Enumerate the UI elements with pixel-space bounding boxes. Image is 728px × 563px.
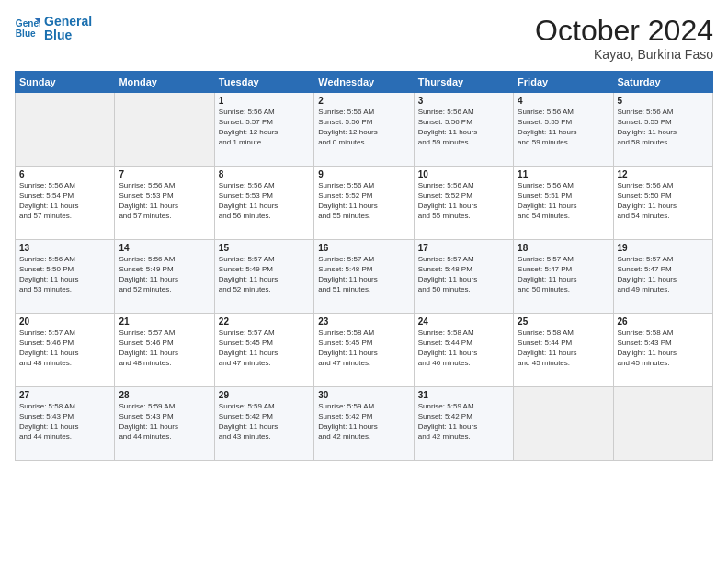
day-info: Sunrise: 5:56 AM Sunset: 5:57 PM Dayligh… — [219, 108, 310, 147]
day-cell — [115, 93, 214, 167]
day-number: 6 — [19, 169, 110, 179]
day-cell: 17Sunrise: 5:57 AM Sunset: 5:48 PM Dayli… — [414, 240, 513, 314]
logo-line2: Blue — [44, 29, 92, 42]
col-thursday: Thursday — [414, 72, 513, 93]
day-info: Sunrise: 5:56 AM Sunset: 5:56 PM Dayligh… — [418, 108, 509, 147]
day-cell: 2Sunrise: 5:56 AM Sunset: 5:56 PM Daylig… — [314, 93, 414, 167]
day-number: 29 — [219, 390, 310, 400]
day-cell: 13Sunrise: 5:56 AM Sunset: 5:50 PM Dayli… — [16, 240, 115, 314]
day-number: 5 — [618, 96, 709, 106]
month-title: October 2024 — [535, 15, 713, 47]
day-info: Sunrise: 5:58 AM Sunset: 5:44 PM Dayligh… — [518, 328, 609, 368]
day-info: Sunrise: 5:56 AM Sunset: 5:50 PM Dayligh… — [618, 181, 709, 221]
day-info: Sunrise: 5:56 AM Sunset: 5:53 PM Dayligh… — [219, 181, 310, 221]
day-cell: 19Sunrise: 5:57 AM Sunset: 5:47 PM Dayli… — [613, 240, 712, 314]
day-info: Sunrise: 5:57 AM Sunset: 5:48 PM Dayligh… — [318, 255, 409, 294]
day-cell: 6Sunrise: 5:56 AM Sunset: 5:54 PM Daylig… — [16, 167, 115, 240]
day-info: Sunrise: 5:59 AM Sunset: 5:42 PM Dayligh… — [318, 402, 409, 442]
day-number: 18 — [518, 243, 609, 253]
day-number: 10 — [418, 169, 509, 179]
day-cell — [514, 387, 613, 461]
week-row-5: 27Sunrise: 5:58 AM Sunset: 5:43 PM Dayli… — [16, 387, 713, 461]
day-cell: 29Sunrise: 5:59 AM Sunset: 5:42 PM Dayli… — [214, 387, 313, 461]
day-info: Sunrise: 5:56 AM Sunset: 5:55 PM Dayligh… — [618, 108, 709, 147]
day-number: 17 — [418, 243, 509, 253]
day-cell: 22Sunrise: 5:57 AM Sunset: 5:45 PM Dayli… — [214, 314, 313, 387]
calendar-table: Sunday Monday Tuesday Wednesday Thursday… — [15, 71, 713, 461]
day-number: 3 — [418, 96, 509, 106]
day-cell: 1Sunrise: 5:56 AM Sunset: 5:57 PM Daylig… — [214, 93, 313, 167]
day-cell: 12Sunrise: 5:56 AM Sunset: 5:50 PM Dayli… — [613, 167, 712, 240]
day-number: 9 — [318, 169, 409, 179]
day-info: Sunrise: 5:58 AM Sunset: 5:43 PM Dayligh… — [618, 328, 709, 368]
day-info: Sunrise: 5:56 AM Sunset: 5:50 PM Dayligh… — [19, 255, 110, 294]
day-number: 30 — [318, 390, 409, 400]
svg-text:Blue: Blue — [16, 29, 36, 40]
col-monday: Monday — [115, 72, 214, 93]
day-info: Sunrise: 5:57 AM Sunset: 5:46 PM Dayligh… — [19, 328, 110, 368]
day-cell: 11Sunrise: 5:56 AM Sunset: 5:51 PM Dayli… — [514, 167, 613, 240]
day-info: Sunrise: 5:56 AM Sunset: 5:55 PM Dayligh… — [518, 108, 609, 147]
day-number: 1 — [219, 96, 310, 106]
day-number: 11 — [518, 169, 609, 179]
day-info: Sunrise: 5:56 AM Sunset: 5:49 PM Dayligh… — [119, 255, 210, 294]
header: General Blue General Blue October 2024 K… — [15, 15, 713, 62]
day-cell: 21Sunrise: 5:57 AM Sunset: 5:46 PM Dayli… — [115, 314, 214, 387]
day-info: Sunrise: 5:56 AM Sunset: 5:53 PM Dayligh… — [119, 181, 210, 221]
day-number: 15 — [219, 243, 310, 253]
day-info: Sunrise: 5:56 AM Sunset: 5:56 PM Dayligh… — [318, 108, 409, 147]
day-info: Sunrise: 5:57 AM Sunset: 5:49 PM Dayligh… — [219, 255, 310, 294]
day-info: Sunrise: 5:59 AM Sunset: 5:42 PM Dayligh… — [418, 402, 509, 442]
day-info: Sunrise: 5:56 AM Sunset: 5:52 PM Dayligh… — [418, 181, 509, 221]
day-info: Sunrise: 5:59 AM Sunset: 5:43 PM Dayligh… — [119, 402, 210, 442]
header-row: Sunday Monday Tuesday Wednesday Thursday… — [16, 72, 713, 93]
day-number: 7 — [119, 169, 210, 179]
col-sunday: Sunday — [16, 72, 115, 93]
day-cell: 23Sunrise: 5:58 AM Sunset: 5:45 PM Dayli… — [314, 314, 414, 387]
col-tuesday: Tuesday — [214, 72, 313, 93]
day-cell: 7Sunrise: 5:56 AM Sunset: 5:53 PM Daylig… — [115, 167, 214, 240]
day-cell: 20Sunrise: 5:57 AM Sunset: 5:46 PM Dayli… — [16, 314, 115, 387]
logo-line1: General — [44, 15, 92, 29]
day-cell: 16Sunrise: 5:57 AM Sunset: 5:48 PM Dayli… — [314, 240, 414, 314]
day-cell: 10Sunrise: 5:56 AM Sunset: 5:52 PM Dayli… — [414, 167, 513, 240]
day-info: Sunrise: 5:57 AM Sunset: 5:48 PM Dayligh… — [418, 255, 509, 294]
day-info: Sunrise: 5:57 AM Sunset: 5:46 PM Dayligh… — [119, 328, 210, 368]
col-friday: Friday — [514, 72, 613, 93]
week-row-4: 20Sunrise: 5:57 AM Sunset: 5:46 PM Dayli… — [16, 314, 713, 387]
col-saturday: Saturday — [613, 72, 712, 93]
day-number: 13 — [19, 243, 110, 253]
week-row-1: 1Sunrise: 5:56 AM Sunset: 5:57 PM Daylig… — [16, 93, 713, 167]
day-cell — [16, 93, 115, 167]
day-info: Sunrise: 5:59 AM Sunset: 5:42 PM Dayligh… — [219, 402, 310, 442]
day-info: Sunrise: 5:56 AM Sunset: 5:54 PM Dayligh… — [19, 181, 110, 221]
day-number: 19 — [618, 243, 709, 253]
day-info: Sunrise: 5:58 AM Sunset: 5:44 PM Dayligh… — [418, 328, 509, 368]
location: Kayao, Burkina Faso — [535, 47, 713, 62]
day-cell: 3Sunrise: 5:56 AM Sunset: 5:56 PM Daylig… — [414, 93, 513, 167]
col-wednesday: Wednesday — [314, 72, 414, 93]
day-number: 24 — [418, 316, 509, 327]
day-cell — [613, 387, 712, 461]
day-info: Sunrise: 5:56 AM Sunset: 5:51 PM Dayligh… — [518, 181, 609, 221]
day-number: 20 — [19, 316, 110, 327]
day-cell: 18Sunrise: 5:57 AM Sunset: 5:47 PM Dayli… — [514, 240, 613, 314]
day-cell: 24Sunrise: 5:58 AM Sunset: 5:44 PM Dayli… — [414, 314, 513, 387]
title-block: October 2024 Kayao, Burkina Faso — [535, 15, 713, 62]
day-number: 27 — [19, 390, 110, 400]
logo-icon: General Blue — [15, 16, 40, 41]
day-cell: 31Sunrise: 5:59 AM Sunset: 5:42 PM Dayli… — [414, 387, 513, 461]
day-number: 8 — [219, 169, 310, 179]
day-number: 25 — [518, 316, 609, 327]
day-number: 23 — [318, 316, 409, 327]
logo: General Blue General Blue — [15, 15, 92, 43]
day-number: 21 — [119, 316, 210, 327]
day-number: 4 — [518, 96, 609, 106]
day-cell: 30Sunrise: 5:59 AM Sunset: 5:42 PM Dayli… — [314, 387, 414, 461]
day-info: Sunrise: 5:57 AM Sunset: 5:45 PM Dayligh… — [219, 328, 310, 368]
day-number: 2 — [318, 96, 409, 106]
day-info: Sunrise: 5:58 AM Sunset: 5:43 PM Dayligh… — [19, 402, 110, 442]
day-cell: 5Sunrise: 5:56 AM Sunset: 5:55 PM Daylig… — [613, 93, 712, 167]
day-cell: 9Sunrise: 5:56 AM Sunset: 5:52 PM Daylig… — [314, 167, 414, 240]
week-row-2: 6Sunrise: 5:56 AM Sunset: 5:54 PM Daylig… — [16, 167, 713, 240]
